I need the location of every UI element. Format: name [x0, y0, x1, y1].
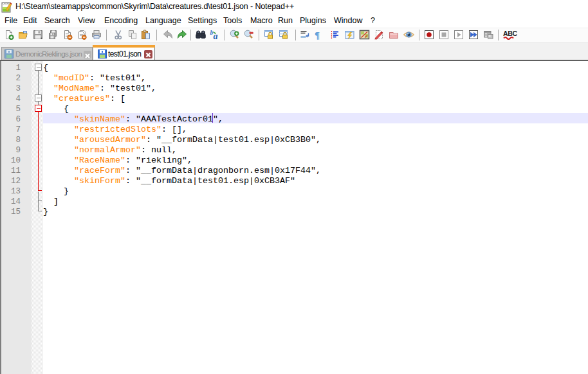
svg-text:¶: ¶	[315, 30, 320, 40]
svg-text:ABC: ABC	[503, 30, 517, 37]
